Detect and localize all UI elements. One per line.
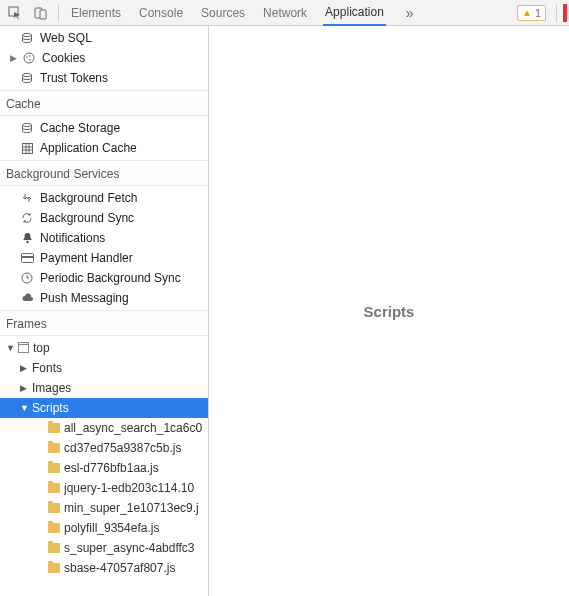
warnings-badge[interactable]: ▲ 1 — [517, 5, 546, 21]
file-icon — [48, 463, 60, 473]
file-icon — [48, 523, 60, 533]
tree-file-label: all_async_search_1ca6c0 — [64, 421, 202, 435]
sidebar-item-label: Background Sync — [40, 211, 134, 225]
svg-rect-2 — [40, 10, 46, 19]
device-toggle-icon[interactable] — [30, 2, 52, 24]
sidebar-item-label: Notifications — [40, 231, 105, 245]
file-icon — [48, 483, 60, 493]
main-split: Web SQL▶CookiesTrust Tokens CacheCache S… — [0, 26, 569, 596]
sidebar-item-label: Periodic Background Sync — [40, 271, 181, 285]
svg-point-9 — [23, 123, 32, 126]
tree-folder-images[interactable]: ▶Images — [0, 378, 208, 398]
warning-count: 1 — [535, 7, 541, 19]
sidebar-item-background-sync[interactable]: Background Sync — [0, 208, 208, 228]
tab-application[interactable]: Application — [323, 0, 386, 26]
cloud-icon — [20, 293, 34, 303]
errors-indicator-icon[interactable] — [563, 4, 567, 22]
svg-rect-10 — [22, 143, 32, 153]
tree-file[interactable]: sbase-47057af807.js — [0, 558, 208, 578]
bell-icon — [20, 232, 34, 244]
sidebar-item-notifications[interactable]: Notifications — [0, 228, 208, 248]
section-body: Cache StorageApplication Cache — [0, 116, 208, 160]
chevron-right-icon: ▶ — [20, 363, 28, 373]
clock-icon — [20, 272, 34, 284]
tree-file[interactable]: all_async_search_1ca6c0 — [0, 418, 208, 438]
sidebar-item-web-sql[interactable]: Web SQL — [0, 28, 208, 48]
tree-folder-scripts[interactable]: ▼Scripts — [0, 398, 208, 418]
tabs-overflow-icon[interactable]: » — [400, 5, 420, 21]
sidebar-item-label: Cookies — [42, 51, 85, 65]
panel-tabs: Elements Console Sources Network Applica… — [65, 0, 517, 26]
svg-point-7 — [29, 59, 31, 61]
tab-console[interactable]: Console — [137, 1, 185, 25]
devtools-toolbar: Elements Console Sources Network Applica… — [0, 0, 569, 26]
sidebar-item-background-fetch[interactable]: Background Fetch — [0, 188, 208, 208]
tree-file[interactable]: polyfill_9354efa.js — [0, 518, 208, 538]
file-icon — [48, 443, 60, 453]
sync-icon — [20, 212, 34, 224]
sidebar-item-trust-tokens[interactable]: Trust Tokens — [0, 68, 208, 88]
file-icon — [48, 543, 60, 553]
tree-file[interactable]: cd37ed75a9387c5b.js — [0, 438, 208, 458]
svg-point-4 — [24, 53, 34, 63]
chevron-right-icon: ▶ — [20, 383, 28, 393]
sidebar-item-push-messaging[interactable]: Push Messaging — [0, 288, 208, 308]
sidebar-item-label: Payment Handler — [40, 251, 133, 265]
tree-folder-label: Scripts — [32, 401, 69, 415]
section-header-frames: Frames — [0, 310, 208, 336]
tree-file-label: polyfill_9354efa.js — [64, 521, 159, 535]
tree-file[interactable]: s_super_async-4abdffc3 — [0, 538, 208, 558]
sidebar-item-periodic-background-sync[interactable]: Periodic Background Sync — [0, 268, 208, 288]
db-icon — [20, 122, 34, 134]
tree-file[interactable]: jquery-1-edb203c114.10 — [0, 478, 208, 498]
tree-folder-label: Fonts — [32, 361, 62, 375]
svg-point-8 — [23, 73, 32, 76]
file-icon — [48, 423, 60, 433]
sidebar-item-label: Trust Tokens — [40, 71, 108, 85]
chevron-down-icon: ▼ — [6, 343, 14, 353]
sidebar-item-label: Push Messaging — [40, 291, 129, 305]
cookie-icon — [22, 52, 36, 64]
chevron-right-icon: ▶ — [10, 53, 18, 63]
storage-section-body: Web SQL▶CookiesTrust Tokens — [0, 26, 208, 90]
svg-point-3 — [23, 33, 32, 36]
tree-folder-label: Images — [32, 381, 71, 395]
tab-network[interactable]: Network — [261, 1, 309, 25]
tree-file-label: sbase-47057af807.js — [64, 561, 175, 575]
db-icon — [20, 32, 34, 44]
tree-file[interactable]: min_super_1e10713ec9.j — [0, 498, 208, 518]
content-pane: Scripts — [209, 26, 569, 596]
svg-point-5 — [26, 56, 28, 58]
tree-file-label: s_super_async-4abdffc3 — [64, 541, 195, 555]
content-title: Scripts — [364, 303, 415, 320]
tab-elements[interactable]: Elements — [69, 1, 123, 25]
tree-file-label: cd37ed75a9387c5b.js — [64, 441, 181, 455]
separator — [58, 4, 59, 22]
sidebar-item-application-cache[interactable]: Application Cache — [0, 138, 208, 158]
frame-top[interactable]: ▼top — [0, 338, 208, 358]
sidebar-item-cache-storage[interactable]: Cache Storage — [0, 118, 208, 138]
svg-point-11 — [26, 241, 28, 243]
file-icon — [48, 563, 60, 573]
grid-icon — [20, 143, 34, 154]
section-body: Background FetchBackground SyncNotificat… — [0, 186, 208, 310]
frame-icon — [18, 344, 29, 353]
tree-file[interactable]: esl-d776bfb1aa.js — [0, 458, 208, 478]
section-header-cache: Cache — [0, 90, 208, 116]
card-icon — [20, 253, 34, 263]
db-icon — [20, 72, 34, 84]
application-sidebar: Web SQL▶CookiesTrust Tokens CacheCache S… — [0, 26, 209, 596]
section-header-background-services: Background Services — [0, 160, 208, 186]
sidebar-item-label: Web SQL — [40, 31, 92, 45]
tree-file-label: esl-d776bfb1aa.js — [64, 461, 159, 475]
tab-sources[interactable]: Sources — [199, 1, 247, 25]
file-icon — [48, 503, 60, 513]
tree-file-label: min_super_1e10713ec9.j — [64, 501, 199, 515]
svg-rect-13 — [21, 256, 33, 258]
inspect-icon[interactable] — [4, 2, 26, 24]
chevron-down-icon: ▼ — [20, 403, 28, 413]
tree-folder-fonts[interactable]: ▶Fonts — [0, 358, 208, 378]
sidebar-item-cookies[interactable]: ▶Cookies — [0, 48, 208, 68]
sidebar-item-payment-handler[interactable]: Payment Handler — [0, 248, 208, 268]
sidebar-item-label: Application Cache — [40, 141, 137, 155]
